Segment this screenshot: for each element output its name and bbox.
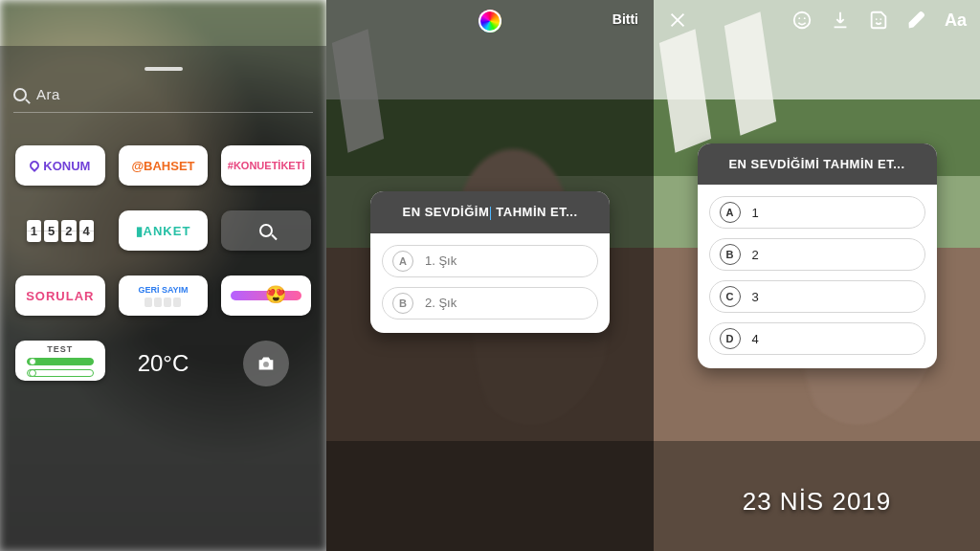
sticker-quiz[interactable]: TEST [15, 341, 105, 381]
pin-icon [28, 159, 41, 172]
option-letter: D [720, 328, 741, 349]
option-letter: A [392, 251, 413, 272]
digit: 2 [61, 220, 76, 242]
option-letter: C [720, 286, 741, 307]
quiz-sticker[interactable]: EN SEVDİĞİMİ TAHMİN ET... A1 B2 C3 D4 [698, 143, 937, 368]
svg-point-5 [880, 18, 881, 20]
search-icon [13, 88, 27, 101]
sticker-hashtag[interactable]: #KONUETİKETİ [221, 145, 311, 186]
sticker-quiz-label: TEST [47, 344, 73, 354]
sticker-mention[interactable]: @BAHSET [119, 145, 209, 186]
svg-point-0 [263, 362, 269, 367]
digit: 4 [79, 220, 94, 242]
drawer-grabber[interactable] [145, 67, 183, 71]
sticker-poll-label: ANKET [144, 224, 191, 238]
sticker-poll[interactable]: ▮ ANKET [119, 210, 209, 251]
story-edit-toolbar: Aa [654, 10, 980, 31]
option-letter: B [392, 293, 413, 314]
panel-quiz-compose: Bitti EN SEVDİĞİM TAHMİN ET... A 1. Şık … [326, 0, 654, 551]
option-text: 2 [752, 248, 759, 262]
quiz-option[interactable]: D4 [709, 322, 925, 355]
quiz-options: A1 B2 C3 D4 [698, 185, 937, 368]
search-placeholder: Ara [36, 86, 60, 102]
sticker-countdown-label: GERİ SAYIM [138, 285, 188, 295]
option-letter: B [720, 244, 741, 265]
sticker-gif-search[interactable] [221, 210, 311, 251]
sticker-countdown[interactable]: GERİ SAYIM [119, 276, 209, 316]
face-filter-button[interactable] [791, 10, 813, 31]
search-icon [259, 224, 273, 237]
sticker-icon [868, 10, 889, 31]
camera-icon [256, 353, 277, 374]
svg-point-4 [876, 18, 878, 20]
panel-quiz-placed: Aa EN SEVDİĞİMİ TAHMİN ET... A1 B2 C3 D4… [654, 0, 980, 551]
quiz-sticker-editing[interactable]: EN SEVDİĞİM TAHMİN ET... A 1. Şık B 2. Ş… [370, 191, 610, 333]
option-text: 2. Şık [425, 296, 457, 310]
countdown-bars-icon [145, 298, 181, 307]
digit: 5 [44, 220, 58, 242]
option-text: 3 [752, 290, 759, 304]
sticker-weather[interactable]: 20°C [119, 341, 209, 386]
option-text: 1 [752, 206, 759, 220]
panel-sticker-tray: Ara KONUM @BAHSET #KONUETİKETİ 1 5 2 4 ▮… [0, 0, 326, 551]
svg-point-2 [798, 17, 800, 19]
save-button[interactable] [830, 10, 851, 31]
sticker-camera[interactable] [243, 341, 289, 386]
option-text: 1. Şık [425, 253, 457, 268]
sticker-grid: KONUM @BAHSET #KONUETİKETİ 1 5 2 4 ▮ ANK… [13, 113, 313, 386]
quiz-prompt-text: EN SEVDİĞİM [402, 205, 489, 219]
heart-eyes-icon: 😍 [265, 284, 286, 305]
compose-topbar [326, 10, 654, 33]
quiz-option[interactable]: B 2. Şık [382, 287, 598, 320]
option-text: 4 [752, 332, 759, 346]
pencil-icon [906, 10, 927, 31]
date-sticker[interactable]: 23 NİS 2019 [743, 487, 892, 517]
quiz-option[interactable]: B2 [709, 238, 925, 271]
sticker-button[interactable] [868, 10, 889, 31]
quiz-option[interactable]: A1 [709, 196, 925, 229]
quiz-option[interactable]: C3 [709, 280, 925, 313]
quiz-row-icon [27, 369, 94, 377]
quiz-prompt: EN SEVDİĞİMİ TAHMİN ET... [698, 143, 937, 185]
svg-point-1 [794, 12, 811, 29]
quiz-options: A 1. Şık B 2. Şık [370, 233, 610, 333]
quiz-prompt-text: TAHMİN ET... [492, 205, 577, 219]
sticker-time[interactable]: 1 5 2 4 [15, 210, 105, 251]
sticker-questions[interactable]: SORULAR [15, 276, 105, 316]
quiz-option[interactable]: A 1. Şık [382, 245, 598, 277]
draw-button[interactable] [906, 10, 927, 31]
download-icon [830, 10, 851, 31]
option-letter: A [720, 202, 741, 223]
quiz-prompt-input[interactable]: EN SEVDİĞİM TAHMİN ET... [370, 191, 610, 233]
digit: 1 [27, 220, 41, 242]
sticker-drawer[interactable]: Ara KONUM @BAHSET #KONUETİKETİ 1 5 2 4 ▮… [0, 46, 326, 551]
smiley-icon [791, 10, 813, 31]
done-button[interactable]: Bitti [612, 11, 638, 27]
close-button[interactable] [667, 10, 688, 31]
sticker-emoji-slider[interactable]: 😍 [221, 276, 311, 316]
text-button[interactable]: Aa [945, 11, 967, 31]
color-picker-icon[interactable] [479, 10, 501, 33]
svg-point-3 [804, 17, 806, 19]
sticker-location-label: KONUM [43, 159, 90, 173]
quiz-row-icon [27, 358, 94, 365]
sticker-search[interactable]: Ara [13, 84, 313, 113]
sticker-location[interactable]: KONUM [15, 145, 105, 186]
close-icon [667, 10, 688, 31]
